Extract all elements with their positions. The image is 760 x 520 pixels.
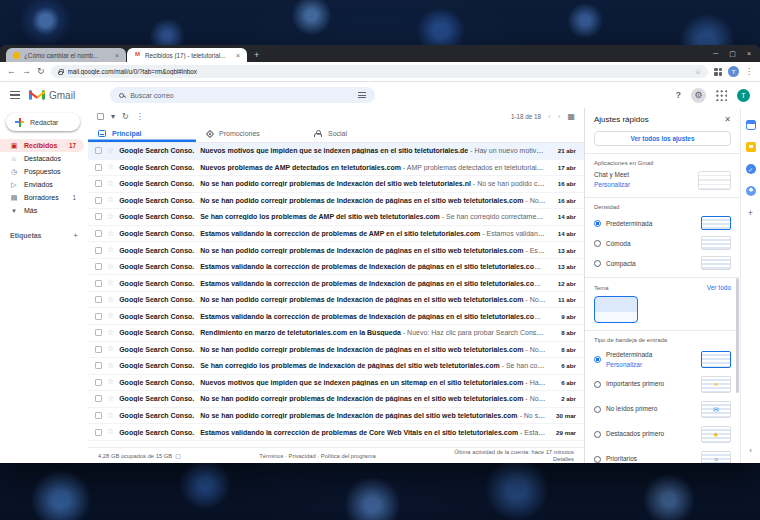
extensions-icon[interactable] xyxy=(714,68,722,76)
email-checkbox[interactable] xyxy=(95,346,102,353)
radio-icon[interactable] xyxy=(594,431,601,438)
star-icon[interactable]: ☆ xyxy=(107,263,114,271)
more-options-icon[interactable]: ⋮ xyxy=(136,113,144,121)
radio-icon[interactable] xyxy=(594,456,601,463)
view-all-themes-link[interactable]: Ver todo xyxy=(707,284,731,291)
browser-tab[interactable]: ¿Cómo cambiar el nomb... × xyxy=(6,48,126,62)
input-tools-icon[interactable]: ▦ xyxy=(567,113,575,121)
density-option[interactable]: Cómoda xyxy=(594,236,731,250)
theme-thumbnail[interactable] xyxy=(594,296,638,323)
email-row[interactable]: ☆ Google Search Conso. 2 Estamos validan… xyxy=(88,308,584,325)
star-icon[interactable]: ☆ xyxy=(107,180,114,188)
email-row[interactable]: ☆ Google Search Conso. Estamos validando… xyxy=(88,226,584,243)
email-checkbox[interactable] xyxy=(95,147,102,154)
star-icon[interactable]: ☆ xyxy=(107,345,114,353)
email-row[interactable]: ☆ Google Search Conso. 4 No se han podid… xyxy=(88,242,584,259)
email-checkbox[interactable] xyxy=(95,213,102,220)
inbox-type-option[interactable]: No leídos primero ✉ xyxy=(594,401,731,418)
email-checkbox[interactable] xyxy=(95,197,102,204)
sidebar-folder-item[interactable]: ▣ Recibidos 17 xyxy=(0,139,84,152)
browser-profile-avatar[interactable]: T xyxy=(728,66,739,77)
customize-apps-link[interactable]: Personalizar xyxy=(594,181,630,188)
category-tab[interactable]: Principal xyxy=(88,125,196,142)
star-icon[interactable]: ☆ xyxy=(107,329,114,337)
email-row[interactable]: ☆ Google Search Conso. Estamos validando… xyxy=(88,424,584,441)
email-checkbox[interactable] xyxy=(95,329,102,336)
inbox-type-option[interactable]: Prioritarios ≡ xyxy=(594,451,731,463)
side-panel-addon-icon[interactable] xyxy=(746,120,756,130)
email-row[interactable]: ☆ Google Search Conso. 2 Estamos validan… xyxy=(88,259,584,276)
email-row[interactable]: ☆ Google Search Conso. 2 No se han podid… xyxy=(88,408,584,425)
star-icon[interactable]: ☆ xyxy=(107,312,114,320)
search-input[interactable]: Buscar correo xyxy=(110,87,375,103)
close-settings-icon[interactable]: ✕ xyxy=(724,115,731,124)
star-icon[interactable]: ☆ xyxy=(107,428,114,436)
sidebar-folder-item[interactable]: ◷ Pospuestos xyxy=(0,165,84,178)
email-row[interactable]: ☆ Google Search Conso. 2 No se han podid… xyxy=(88,193,584,210)
url-text[interactable]: mail.google.com/mail/u/0/?tab=rm&ogbl#in… xyxy=(68,68,690,75)
email-row[interactable]: ☆ Google Search Conso. Rendimiento en ma… xyxy=(88,325,584,342)
sidebar-folder-item[interactable]: ▾ Más xyxy=(0,204,84,217)
add-label-icon[interactable]: + xyxy=(73,231,78,240)
star-icon[interactable]: ☆ xyxy=(107,395,114,403)
inbox-type-option[interactable]: Predeterminada Personalizar xyxy=(594,351,731,368)
density-option[interactable]: Predeterminada xyxy=(594,216,731,230)
footer-links[interactable]: Términos · Privacidad · Política del pro… xyxy=(181,453,454,459)
back-icon[interactable]: ← xyxy=(7,67,16,76)
select-all-checkbox[interactable] xyxy=(97,113,104,120)
address-bar[interactable]: mail.google.com/mail/u/0/?tab=rm&ogbl#in… xyxy=(51,65,708,78)
sidebar-folder-item[interactable]: ▤ Borradores 1 xyxy=(0,191,84,204)
email-row[interactable]: ☆ Google Search Conso. Nuevos problemas … xyxy=(88,160,584,177)
email-row[interactable]: ☆ Google Search Conso. 2 Estamos validan… xyxy=(88,275,584,292)
side-panel-addon-icon[interactable]: ✓ xyxy=(746,164,756,174)
star-icon[interactable]: ☆ xyxy=(107,296,114,304)
email-checkbox[interactable] xyxy=(95,313,102,320)
star-icon[interactable]: ☆ xyxy=(107,230,114,238)
sidebar-folder-item[interactable]: ▷ Enviados xyxy=(0,178,84,191)
star-icon[interactable]: ☆ xyxy=(107,147,114,155)
bookmark-star-icon[interactable]: ☆ xyxy=(695,68,701,76)
search-filters-icon[interactable] xyxy=(358,91,366,99)
email-checkbox[interactable] xyxy=(95,230,102,237)
google-apps-icon[interactable] xyxy=(716,90,727,101)
star-icon[interactable]: ☆ xyxy=(107,163,114,171)
maximize-button[interactable]: ▢ xyxy=(729,50,736,58)
email-row[interactable]: ☆ Google Search Conso. 4 Se han corregid… xyxy=(88,209,584,226)
star-icon[interactable]: ☆ xyxy=(107,412,114,420)
new-tab-button[interactable]: + xyxy=(254,50,259,60)
email-row[interactable]: ☆ Google Search Conso. 2 No se han podid… xyxy=(88,176,584,193)
star-icon[interactable]: ☆ xyxy=(107,196,114,204)
account-avatar[interactable]: T xyxy=(737,89,750,102)
details-link[interactable]: Detalles xyxy=(553,456,574,462)
email-checkbox[interactable] xyxy=(95,395,102,402)
email-checkbox[interactable] xyxy=(95,164,102,171)
select-caret-icon[interactable]: ▾ xyxy=(111,113,115,121)
radio-icon[interactable] xyxy=(594,406,601,413)
email-row[interactable]: ☆ Google Search Conso. Nuevos motivos qu… xyxy=(88,375,584,392)
minimize-button[interactable]: ─ xyxy=(713,50,718,58)
density-option[interactable]: Compacta xyxy=(594,256,731,270)
settings-scrollbar[interactable] xyxy=(736,278,739,393)
radio-icon[interactable] xyxy=(594,240,601,247)
reload-icon[interactable]: ↻ xyxy=(37,67,45,76)
email-checkbox[interactable] xyxy=(95,280,102,287)
star-icon[interactable]: ☆ xyxy=(107,378,114,386)
settings-gear-button[interactable]: ⚙ xyxy=(691,88,706,103)
sidebar-folder-item[interactable]: ☆ Destacados xyxy=(0,152,84,165)
side-panel-addon-icon[interactable]: + xyxy=(746,208,756,218)
email-checkbox[interactable] xyxy=(95,180,102,187)
side-panel-addon-icon[interactable] xyxy=(746,142,756,152)
inbox-type-option[interactable]: Importantes primero » xyxy=(594,376,731,393)
email-checkbox[interactable] xyxy=(95,412,102,419)
star-icon[interactable]: ☆ xyxy=(107,362,114,370)
radio-icon[interactable] xyxy=(594,381,601,388)
newer-page-icon[interactable]: ‹ xyxy=(548,112,551,121)
star-icon[interactable]: ☆ xyxy=(107,279,114,287)
category-tab[interactable]: Social xyxy=(304,125,412,142)
radio-icon[interactable] xyxy=(594,356,601,363)
tab-close-icon[interactable]: × xyxy=(236,52,240,59)
forward-icon[interactable]: → xyxy=(22,67,31,76)
help-icon[interactable]: ? xyxy=(676,90,681,100)
hamburger-menu-icon[interactable] xyxy=(10,91,20,99)
refresh-icon[interactable]: ↻ xyxy=(122,113,129,121)
